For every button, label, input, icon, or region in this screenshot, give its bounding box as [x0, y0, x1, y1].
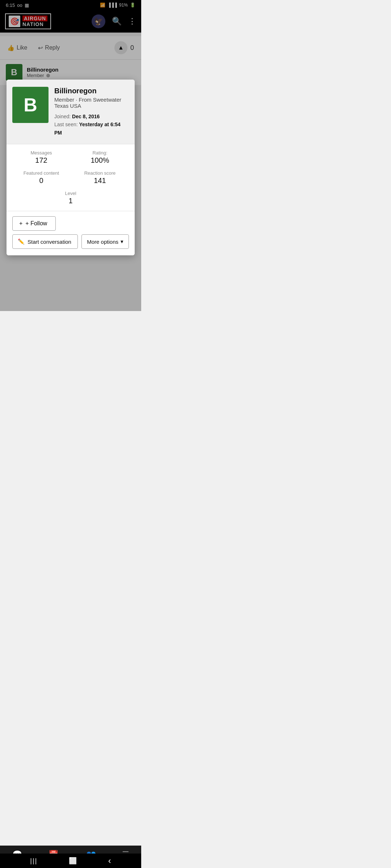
featured-stat: Featured content 0 [14, 170, 69, 185]
rating-value: 100% [72, 156, 127, 165]
more-options-label: More options [87, 239, 118, 245]
start-conversation-button[interactable]: ✏️ Start conversation [12, 234, 78, 249]
featured-label: Featured content [14, 170, 69, 176]
profile-info: Billinoregon Member · From Sweetwater Te… [54, 87, 129, 137]
profile-joined: Joined: Dec 8, 2016 [54, 112, 129, 120]
featured-value: 0 [14, 176, 69, 185]
profile-header-section: B Billinoregon Member · From Sweetwater … [7, 80, 135, 144]
action-buttons-row: ✏️ Start conversation More options ▾ [12, 234, 129, 249]
reaction-stat: Reaction score 141 [72, 170, 127, 185]
chevron-down-icon: ▾ [121, 238, 123, 245]
start-conversation-label: Start conversation [28, 239, 71, 245]
follow-icon: + [19, 220, 22, 227]
pencil-icon: ✏️ [18, 238, 25, 245]
level-label: Level [14, 191, 127, 196]
rating-label: Rating: [72, 150, 127, 156]
profile-role: Member · From Sweetwater Texas USA [54, 97, 129, 109]
profile-last-seen: Last seen: Yesterday at 6:54 PM [54, 120, 129, 137]
more-options-button[interactable]: More options ▾ [81, 234, 129, 249]
profile-name: Billinoregon [54, 87, 129, 95]
stats-section: Messages 172 Rating: 100% Featured conte… [7, 144, 135, 211]
profile-actions: + + Follow ✏️ Start conversation More op… [7, 211, 135, 255]
rating-stat: Rating: 100% [72, 150, 127, 165]
messages-stat: Messages 172 [14, 150, 69, 165]
level-value: 1 [14, 197, 127, 205]
profile-avatar-large: B [12, 87, 49, 123]
messages-value: 172 [14, 156, 69, 165]
reaction-value: 141 [72, 176, 127, 185]
level-stat: Level 1 [14, 191, 127, 205]
follow-label: + Follow [25, 220, 47, 227]
messages-label: Messages [14, 150, 69, 156]
profile-popup: B Billinoregon Member · From Sweetwater … [7, 80, 135, 255]
reaction-label: Reaction score [72, 170, 127, 176]
follow-button[interactable]: + + Follow [12, 216, 56, 231]
stats-grid: Messages 172 Rating: 100% Featured conte… [14, 150, 127, 205]
